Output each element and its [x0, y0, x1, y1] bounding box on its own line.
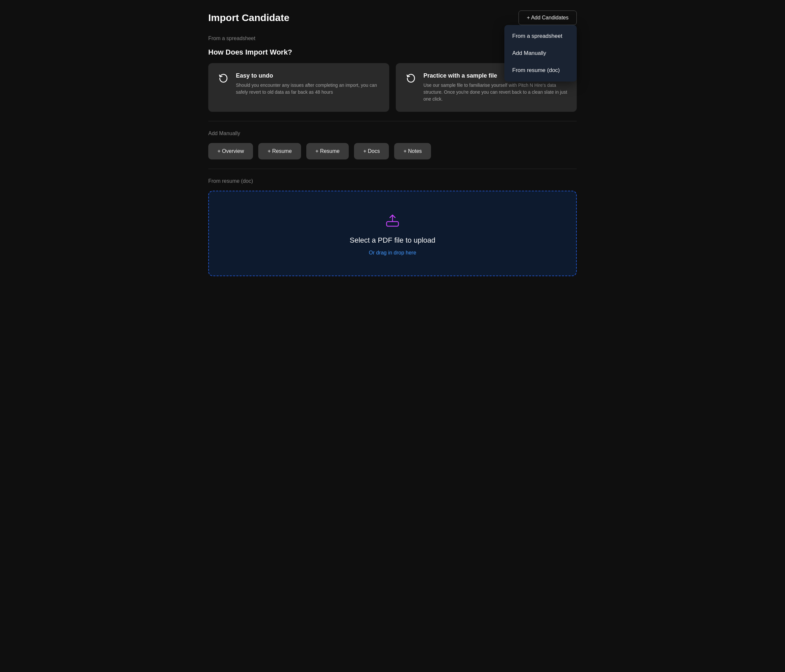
easy-to-undo-title: Easy to undo: [236, 72, 381, 79]
manual-section: Add Manually + Overview + Resume + Resum…: [208, 131, 577, 159]
add-candidates-button[interactable]: + Add Candidates: [519, 11, 577, 25]
divider-2: [208, 168, 577, 169]
upload-text: Select a PDF file to upload: [350, 236, 435, 245]
dropdown-item-manual[interactable]: Add Manually: [504, 45, 577, 62]
resume-doc-label: From resume (doc): [208, 178, 577, 184]
manual-buttons-row: + Overview + Resume + Resume + Docs + No…: [208, 143, 577, 159]
sample-icon: [404, 72, 418, 87]
easy-to-undo-card: Easy to undo Should you encounter any is…: [208, 63, 389, 112]
svg-rect-0: [386, 221, 399, 226]
resume-doc-section: From resume (doc) Select a PDF file to u…: [208, 178, 577, 276]
overview-button[interactable]: + Overview: [208, 143, 253, 159]
upload-zone[interactable]: Select a PDF file to upload Or drag in d…: [208, 191, 577, 276]
resume-button-2[interactable]: + Resume: [306, 143, 349, 159]
page-title: Import Candidate: [208, 12, 289, 23]
undo-icon: [216, 72, 231, 87]
dropdown-item-spreadsheet[interactable]: From a spreadsheet: [504, 28, 577, 45]
notes-button[interactable]: + Notes: [394, 143, 431, 159]
sample-file-desc: Use our sample file to familiarise yours…: [424, 82, 569, 103]
easy-to-undo-content: Easy to undo Should you encounter any is…: [236, 72, 381, 103]
dropdown-item-resume[interactable]: From resume (doc): [504, 62, 577, 79]
manual-section-label: Add Manually: [208, 131, 577, 136]
upload-icon: [383, 211, 402, 231]
dropdown-menu: From a spreadsheet Add Manually From res…: [504, 25, 577, 81]
docs-button[interactable]: + Docs: [354, 143, 389, 159]
page-header: Import Candidate + Add Candidates: [208, 11, 577, 25]
resume-button-1[interactable]: + Resume: [258, 143, 301, 159]
easy-to-undo-desc: Should you encounter any issues after co…: [236, 82, 381, 96]
upload-drag-text[interactable]: Or drag in drop here: [369, 250, 416, 256]
